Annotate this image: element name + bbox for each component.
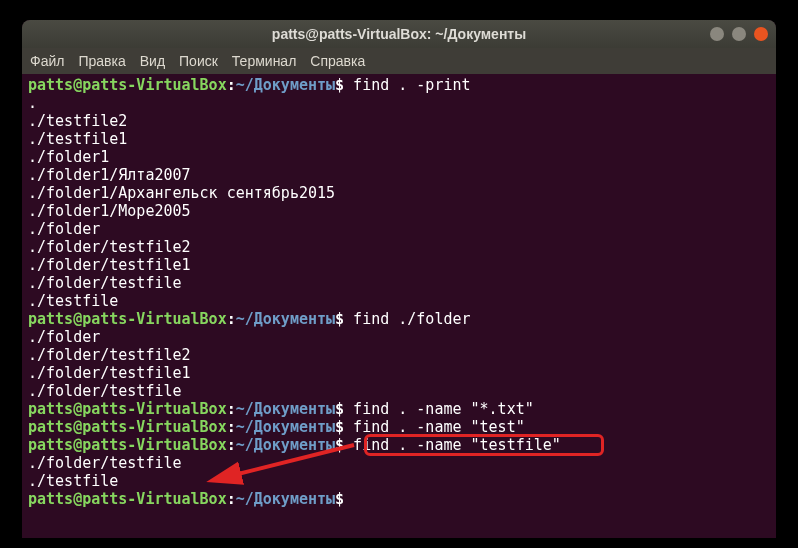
output-text: ./folder/testfile <box>28 274 182 292</box>
prompt-line: patts@patts-VirtualBox:~/Документы$ <box>28 490 770 508</box>
output-text: ./folder1/Ялта2007 <box>28 166 191 184</box>
output-text: ./folder1 <box>28 148 109 166</box>
output-line: ./folder/testfile2 <box>28 238 770 256</box>
output-line: ./folder1/Архангельск сентябрь2015 <box>28 184 770 202</box>
prompt-dollar: $ <box>335 436 344 454</box>
output-line: ./folder/testfile <box>28 274 770 292</box>
prompt-sep: : <box>227 310 236 328</box>
output-text: ./testfile <box>28 472 118 490</box>
output-line: ./folder/testfile <box>28 454 770 472</box>
minimize-button[interactable] <box>710 27 724 41</box>
prompt-sep: : <box>227 418 236 436</box>
prompt-sep: : <box>227 490 236 508</box>
command-text: find . -name "test" <box>344 418 525 436</box>
output-text: ./testfile <box>28 292 118 310</box>
prompt-line: patts@patts-VirtualBox:~/Документы$ find… <box>28 418 770 436</box>
output-line: ./testfile1 <box>28 130 770 148</box>
command-text: find . -name "testfile" <box>344 436 561 454</box>
maximize-button[interactable] <box>732 27 746 41</box>
output-text: ./testfile1 <box>28 130 127 148</box>
output-text: ./folder/testfile1 <box>28 364 191 382</box>
prompt-dollar: $ <box>335 418 344 436</box>
prompt-dollar: $ <box>335 490 344 508</box>
output-line: ./testfile <box>28 292 770 310</box>
output-line: . <box>28 94 770 112</box>
output-line: ./folder/testfile2 <box>28 346 770 364</box>
prompt-user: patts@patts-VirtualBox <box>28 490 227 508</box>
prompt-sep: : <box>227 436 236 454</box>
menubar: Файл Правка Вид Поиск Терминал Справка <box>22 48 776 74</box>
output-text: ./folder/testfile2 <box>28 346 191 364</box>
output-line: ./folder/testfile <box>28 382 770 400</box>
terminal-output[interactable]: patts@patts-VirtualBox:~/Документы$ find… <box>22 74 776 510</box>
prompt-user: patts@patts-VirtualBox <box>28 418 227 436</box>
prompt-sep: : <box>227 76 236 94</box>
prompt-user: patts@patts-VirtualBox <box>28 310 227 328</box>
menu-edit[interactable]: Правка <box>78 53 125 69</box>
prompt-user: patts@patts-VirtualBox <box>28 436 227 454</box>
output-text: ./folder1/Архангельск сентябрь2015 <box>28 184 335 202</box>
output-text: ./folder <box>28 328 100 346</box>
command-text: find . -name "*.txt" <box>344 400 534 418</box>
menu-view[interactable]: Вид <box>140 53 165 69</box>
output-text: ./folder/testfile1 <box>28 256 191 274</box>
prompt-line: patts@patts-VirtualBox:~/Документы$ find… <box>28 436 770 454</box>
output-text: ./folder/testfile2 <box>28 238 191 256</box>
prompt-path: ~/Документы <box>236 400 335 418</box>
output-line: ./folder/testfile1 <box>28 364 770 382</box>
prompt-path: ~/Документы <box>236 418 335 436</box>
prompt-sep: : <box>227 400 236 418</box>
output-text: ./folder/testfile <box>28 382 182 400</box>
prompt-dollar: $ <box>335 76 344 94</box>
prompt-line: patts@patts-VirtualBox:~/Документы$ find… <box>28 310 770 328</box>
menu-search[interactable]: Поиск <box>179 53 218 69</box>
output-line: ./folder/testfile1 <box>28 256 770 274</box>
prompt-line: patts@patts-VirtualBox:~/Документы$ find… <box>28 76 770 94</box>
command-text: find ./folder <box>344 310 470 328</box>
output-line: ./folder1/Ялта2007 <box>28 166 770 184</box>
prompt-path: ~/Документы <box>236 76 335 94</box>
output-line: ./folder1 <box>28 148 770 166</box>
output-line: ./testfile2 <box>28 112 770 130</box>
window-title: patts@patts-VirtualBox: ~/Документы <box>272 26 526 42</box>
command-text: find . -print <box>344 76 470 94</box>
prompt-dollar: $ <box>335 310 344 328</box>
menu-file[interactable]: Файл <box>30 53 64 69</box>
window-controls <box>710 27 768 41</box>
prompt-user: patts@patts-VirtualBox <box>28 76 227 94</box>
prompt-path: ~/Документы <box>236 310 335 328</box>
output-text: ./folder/testfile <box>28 454 182 472</box>
output-text: . <box>28 94 37 112</box>
close-button[interactable] <box>754 27 768 41</box>
output-text: ./folder1/Море2005 <box>28 202 191 220</box>
prompt-user: patts@patts-VirtualBox <box>28 400 227 418</box>
output-line: ./folder1/Море2005 <box>28 202 770 220</box>
output-text: ./testfile2 <box>28 112 127 130</box>
output-line: ./testfile <box>28 472 770 490</box>
prompt-line: patts@patts-VirtualBox:~/Документы$ find… <box>28 400 770 418</box>
terminal-window: patts@patts-VirtualBox: ~/Документы Файл… <box>22 20 776 538</box>
prompt-dollar: $ <box>335 400 344 418</box>
output-line: ./folder <box>28 220 770 238</box>
menu-terminal[interactable]: Терминал <box>232 53 296 69</box>
menu-help[interactable]: Справка <box>310 53 365 69</box>
output-text: ./folder <box>28 220 100 238</box>
prompt-path: ~/Документы <box>236 490 335 508</box>
output-line: ./folder <box>28 328 770 346</box>
titlebar: patts@patts-VirtualBox: ~/Документы <box>22 20 776 48</box>
prompt-path: ~/Документы <box>236 436 335 454</box>
